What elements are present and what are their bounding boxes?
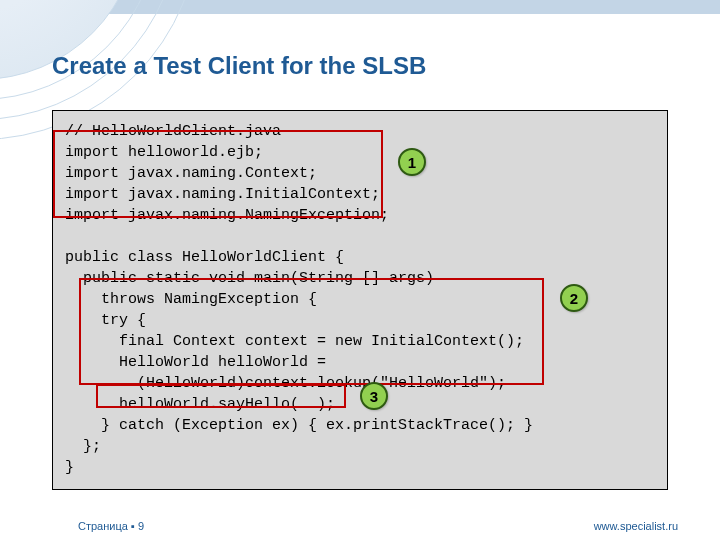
callout-2: 2 (560, 284, 588, 312)
footer-bullet: ▪ (131, 520, 135, 532)
footer: Страница ▪ 9 www.specialist.ru (0, 520, 720, 532)
callout-3: 3 (360, 382, 388, 410)
footer-site: www.specialist.ru (594, 520, 678, 532)
footer-page: Страница ▪ 9 (78, 520, 144, 532)
footer-page-label: Страница (78, 520, 128, 532)
top-decoration-band (0, 0, 720, 14)
slide: Create a Test Client for the SLSB // Hel… (0, 0, 720, 540)
footer-page-number: 9 (138, 520, 144, 532)
callout-1: 1 (398, 148, 426, 176)
slide-title: Create a Test Client for the SLSB (52, 52, 426, 80)
